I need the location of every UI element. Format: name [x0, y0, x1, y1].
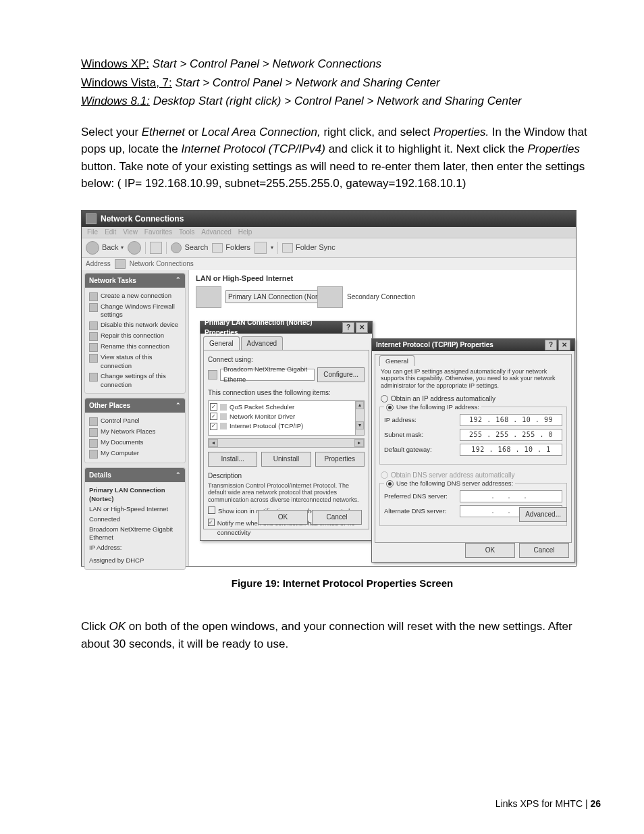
back-button[interactable]: Back▾	[86, 241, 124, 255]
help-button[interactable]: ?	[545, 340, 557, 350]
other-places-header[interactable]: Other Places⌃	[85, 398, 185, 413]
task-icon	[89, 373, 98, 382]
folders-button[interactable]: Folders	[212, 242, 250, 253]
lan-dialog-title: Primary LAN Connection (Nortec) Properti…	[205, 317, 342, 338]
scroll-down-icon[interactable]: ▾	[356, 421, 364, 429]
page-number: 26	[590, 798, 601, 809]
menu-edit[interactable]: Edit	[105, 227, 116, 237]
task-label: View status of this connection	[101, 353, 181, 371]
uninstall-button[interactable]: Uninstall	[261, 452, 311, 467]
subnet-input[interactable]: 255 . 255 . 255 . 0	[460, 429, 562, 441]
nc-menubar[interactable]: File Edit View Favorites Tools Advanced …	[82, 227, 576, 238]
checkbox-icon[interactable]: ✓	[210, 413, 217, 420]
list-item[interactable]: ✓Internet Protocol (TCP/IP)	[210, 421, 363, 431]
lan-dialog-titlebar[interactable]: Primary LAN Connection (Nortec) Properti…	[200, 321, 372, 334]
task-item[interactable]: Rename this connection	[89, 342, 181, 352]
connection-primary[interactable]: Primary LAN Connection (Nortec)	[196, 286, 331, 308]
nc-titlebar[interactable]: Network Connections	[82, 211, 576, 227]
task-item[interactable]: Repair this connection	[89, 332, 181, 341]
window-icon	[86, 213, 97, 224]
place-item[interactable]: My Documents	[89, 438, 181, 448]
task-icon	[89, 292, 98, 301]
task-item[interactable]: View status of this connection	[89, 353, 181, 371]
other-places-title: Other Places	[89, 400, 130, 411]
t: Local Area Connection,	[202, 126, 321, 138]
place-item[interactable]: Control Panel	[89, 417, 181, 426]
cancel-button[interactable]: Cancel	[519, 543, 569, 558]
item-icon	[220, 413, 227, 420]
os-vista7: Windows Vista, 7:	[81, 76, 172, 89]
checkbox-icon[interactable]: ✓	[210, 403, 217, 411]
ip-label: IP address:	[384, 415, 460, 425]
scroll-up-icon[interactable]: ▴	[356, 401, 364, 409]
gateway-input[interactable]: 192 . 168 . 10 . 1	[460, 444, 562, 456]
tab-general[interactable]: General	[203, 336, 240, 350]
properties-button[interactable]: Properties	[315, 452, 365, 467]
lan-dialog-tabs: General Advanced	[203, 336, 369, 350]
radio-manual-ip[interactable]: Use the following IP address:	[384, 402, 481, 412]
menu-advanced[interactable]: Advanced	[201, 227, 231, 237]
ip-input[interactable]: 192 . 168 . 10 . 99	[460, 414, 562, 426]
connection-secondary[interactable]: Secondary Connection	[317, 286, 415, 308]
item-icon	[220, 423, 227, 429]
tab-general[interactable]: General	[379, 355, 414, 366]
place-item[interactable]: My Network Places	[89, 427, 181, 437]
pdns-input[interactable]: . . .	[460, 490, 562, 502]
items-listbox[interactable]: ✓QoS Packet Scheduler ✓Network Monitor D…	[208, 400, 365, 436]
tab-advanced[interactable]: Advanced	[241, 336, 283, 350]
scroll-left-icon[interactable]: ◂	[209, 439, 218, 447]
addressbar[interactable]: Address Network Connections	[82, 258, 576, 271]
folders-label: Folders	[225, 242, 250, 253]
search-button[interactable]: Search	[171, 242, 208, 253]
item-icon	[220, 404, 227, 411]
task-item[interactable]: Change settings of this connection	[89, 372, 181, 390]
radio-manual-dns[interactable]: Use the following DNS server addresses:	[384, 479, 515, 488]
scrollbar[interactable]: ▴▾	[355, 401, 364, 435]
help-button[interactable]: ?	[342, 322, 354, 333]
task-item[interactable]: Create a new connection	[89, 292, 181, 301]
checkbox-icon[interactable]: ✓	[210, 423, 217, 430]
foldersync-button[interactable]: Folder Sync	[282, 242, 336, 253]
list-item[interactable]: ✓QoS Packet Scheduler	[210, 402, 363, 412]
place-item[interactable]: My Computer	[89, 449, 181, 459]
menu-help[interactable]: Help	[238, 227, 252, 237]
ok-button[interactable]: OK	[465, 543, 515, 558]
t: Properties	[527, 142, 579, 155]
list-item[interactable]: ✓Network Monitor Driver	[210, 412, 363, 421]
task-item[interactable]: Change Windows Firewall settings	[89, 303, 181, 320]
close-button[interactable]: ✕	[356, 322, 368, 333]
tcpip-dialog-titlebar[interactable]: Internet Protocol (TCP/IP) Properties ? …	[372, 339, 574, 351]
network-tasks-header[interactable]: Network Tasks⌃	[85, 273, 185, 288]
search-label: Search	[184, 242, 208, 253]
description-text: Transmission Control Protocol/Internet P…	[208, 482, 365, 504]
close-button[interactable]: ✕	[558, 340, 570, 350]
views-button[interactable]	[254, 242, 267, 254]
t: Ethernet	[142, 126, 185, 138]
advanced-button[interactable]: Advanced...	[519, 507, 567, 522]
scroll-right-icon[interactable]: ▸	[354, 439, 364, 447]
up-button[interactable]	[150, 242, 162, 254]
details-panel: Details⌃ Primary LAN Connection (Nortec)…	[84, 467, 186, 570]
forward-button[interactable]	[128, 241, 141, 255]
configure-button[interactable]: Configure...	[317, 367, 365, 382]
back-label: Back	[102, 242, 118, 253]
menu-file[interactable]: File	[87, 227, 98, 237]
network-icon	[196, 286, 221, 308]
details-header[interactable]: Details⌃	[85, 468, 185, 482]
install-button[interactable]: Install...	[208, 452, 257, 467]
task-item[interactable]: Disable this network device	[89, 321, 181, 330]
place-label: Control Panel	[101, 417, 140, 425]
foldersync-label: Folder Sync	[296, 242, 336, 253]
os-vista7-path: Start > Control Panel > Network and Shar…	[176, 76, 440, 89]
menu-favorites[interactable]: Favorites	[144, 227, 172, 237]
menu-tools[interactable]: Tools	[179, 227, 194, 237]
scrollbar-horizontal[interactable]: ◂ ▸	[208, 438, 365, 448]
radio-icon	[386, 480, 394, 488]
network-icon	[317, 286, 343, 308]
place-icon	[89, 439, 98, 448]
cancel-button[interactable]: Cancel	[312, 510, 362, 525]
lan-properties-dialog: Primary LAN Connection (Nortec) Properti…	[200, 321, 373, 541]
menu-view[interactable]: View	[123, 227, 138, 237]
os-win81-path: Desktop Start (right click) > Control Pa…	[153, 95, 522, 107]
ok-button[interactable]: OK	[258, 510, 308, 525]
